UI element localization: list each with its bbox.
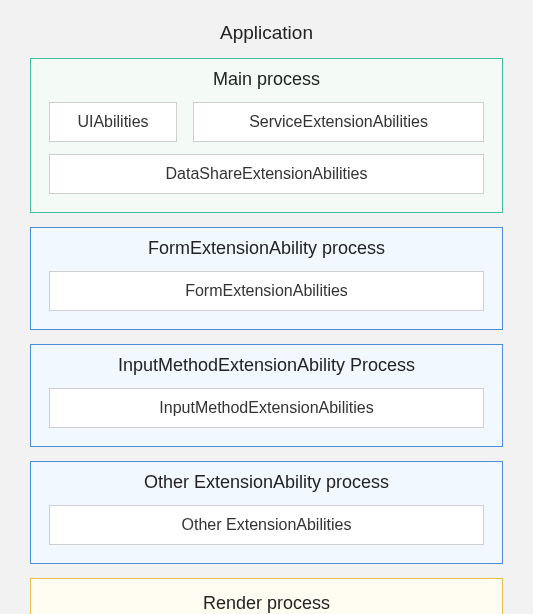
main-process-title: Main process xyxy=(49,69,484,90)
other-extension-process-box: Other ExtensionAbility process Other Ext… xyxy=(30,461,503,564)
render-process-title: Render process xyxy=(49,593,484,614)
other-extension-abilities: Other ExtensionAbilities xyxy=(49,505,484,545)
input-method-extension-process-box: InputMethodExtensionAbility Process Inpu… xyxy=(30,344,503,447)
datashare-extension-abilities: DataShareExtensionAbilities xyxy=(49,154,484,194)
form-extension-abilities: FormExtensionAbilities xyxy=(49,271,484,311)
form-extension-process-box: FormExtensionAbility process FormExtensi… xyxy=(30,227,503,330)
main-process-box: Main process UIAbilities ServiceExtensio… xyxy=(30,58,503,213)
other-extension-process-title: Other ExtensionAbility process xyxy=(49,472,484,493)
form-extension-process-title: FormExtensionAbility process xyxy=(49,238,484,259)
ui-abilities: UIAbilities xyxy=(49,102,177,142)
application-title: Application xyxy=(30,22,503,44)
input-method-extension-process-title: InputMethodExtensionAbility Process xyxy=(49,355,484,376)
render-process-box: Render process xyxy=(30,578,503,614)
service-extension-abilities: ServiceExtensionAbilities xyxy=(193,102,484,142)
input-method-extension-abilities: InputMethodExtensionAbilities xyxy=(49,388,484,428)
